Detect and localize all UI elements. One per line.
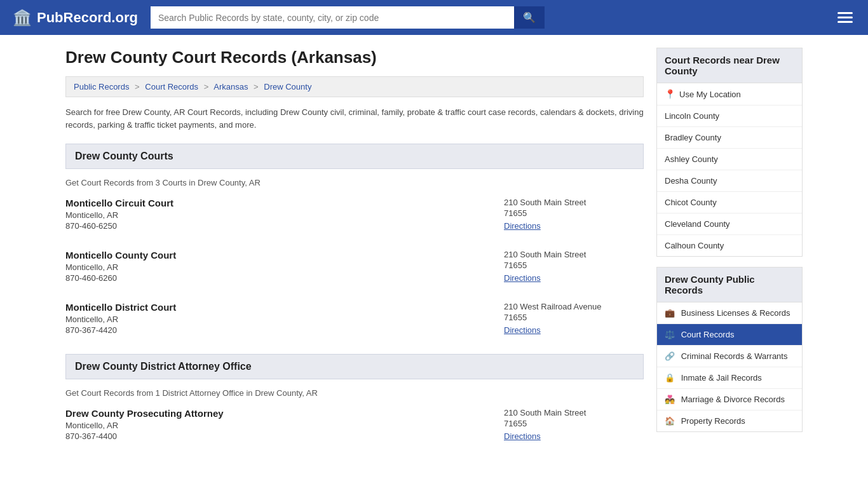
directions-link-circuit[interactable]: Directions (504, 221, 541, 231)
location-icon: 📍 (665, 89, 675, 99)
court-address-county: 210 South Main Street (504, 250, 644, 259)
directions-link-attorney[interactable]: Directions (504, 431, 541, 441)
court-name-district: Monticello District Court (65, 302, 491, 313)
breadcrumb-sep-1: > (135, 82, 140, 92)
site-logo[interactable]: 🏛️ PubRecord.org (13, 9, 138, 27)
court-phone-circuit: 870-460-6250 (65, 221, 491, 231)
directions-link-district[interactable]: Directions (504, 325, 541, 335)
court-zip-district: 71655 (504, 313, 644, 322)
list-item-inmate-records: 🔒 Inmate & Jail Records (657, 367, 802, 389)
property-records-label: Property Records (681, 416, 745, 426)
criminal-records-link[interactable]: 🔗 Criminal Records & Warrants (657, 346, 802, 367)
courts-section-header: Drew County Courts (65, 144, 644, 169)
list-item-calhoun: Calhoun County (657, 235, 802, 256)
business-licenses-link[interactable]: 💼 Business Licenses & Records (657, 302, 802, 323)
nearby-cleveland-label: Cleveland County (665, 219, 730, 229)
court-zip-attorney: 71655 (504, 419, 644, 428)
public-records-section: Drew County Public Records 💼 Business Li… (656, 267, 803, 432)
marriage-records-link[interactable]: 💑 Marriage & Divorce Records (657, 389, 802, 410)
nearby-chicot-link[interactable]: Chicot County (657, 192, 802, 213)
business-licenses-label: Business Licenses & Records (681, 308, 790, 318)
court-phone-district: 870-367-4420 (65, 325, 491, 335)
page-title: Drew County Court Records (Arkansas) (65, 48, 644, 67)
logo-text: PubRecord.org (37, 10, 138, 26)
public-records-list: 💼 Business Licenses & Records ⚖️ Court R… (657, 302, 802, 431)
list-item-business-licenses: 💼 Business Licenses & Records (657, 302, 802, 324)
inmate-records-link[interactable]: 🔒 Inmate & Jail Records (657, 367, 802, 388)
court-city-county: Monticello, AR (65, 262, 491, 272)
court-zip-county: 71655 (504, 261, 644, 270)
nearby-ashley-link[interactable]: Ashley County (657, 149, 802, 170)
court-entry-county: Monticello County Court Monticello, AR 8… (65, 250, 644, 287)
nearby-section: Court Records near Drew County 📍 Use My … (656, 48, 803, 257)
menu-bar-1 (837, 12, 853, 14)
logo-icon: 🏛️ (13, 9, 32, 27)
courts-description: Get Court Records from 3 Courts in Drew … (65, 178, 644, 187)
marriage-icon: 💑 (665, 395, 675, 404)
list-item-lincoln: Lincoln County (657, 105, 802, 127)
search-icon: 🔍 (523, 12, 536, 23)
search-button[interactable]: 🔍 (514, 6, 545, 29)
use-my-location-link[interactable]: 📍 Use My Location (657, 83, 802, 105)
breadcrumb-public-records[interactable]: Public Records (74, 82, 129, 92)
marriage-records-label: Marriage & Divorce Records (681, 395, 785, 404)
search-input[interactable] (151, 6, 514, 29)
list-item-bradley: Bradley County (657, 127, 802, 149)
inmate-icon: 🔒 (665, 373, 675, 383)
court-name-circuit: Monticello Circuit Court (65, 198, 491, 208)
court-zip-circuit: 71655 (504, 208, 644, 218)
court-entry-attorney: Drew County Prosecuting Attorney Montice… (65, 408, 644, 445)
content-area: Drew County Court Records (Arkansas) Pub… (65, 48, 644, 460)
court-name-county: Monticello County Court (65, 250, 491, 261)
court-city-circuit: Monticello, AR (65, 210, 491, 220)
list-item-cleveland: Cleveland County (657, 214, 802, 235)
menu-bar-2 (837, 17, 853, 18)
page-description: Search for free Drew County, AR Court Re… (65, 106, 644, 131)
attorney-description: Get Court Records from 1 District Attorn… (65, 388, 644, 398)
court-entry-district: Monticello District Court Monticello, AR… (65, 302, 644, 339)
inmate-records-label: Inmate & Jail Records (681, 373, 762, 383)
list-item-property-records: 🏠 Property Records (657, 410, 802, 431)
nearby-cleveland-link[interactable]: Cleveland County (657, 214, 802, 234)
site-header: 🏛️ PubRecord.org 🔍 (0, 0, 868, 35)
list-item-court-records: ⚖️ Court Records (657, 324, 802, 346)
breadcrumb-sep-3: > (254, 82, 259, 92)
court-phone-county: 870-460-6260 (65, 273, 491, 283)
court-records-label: Court Records (681, 330, 735, 339)
attorney-section-header: Drew County District Attorney Office (65, 354, 644, 379)
nearby-calhoun-label: Calhoun County (665, 241, 724, 250)
court-address-attorney: 210 South Main Street (504, 408, 644, 417)
court-address-district: 210 West Railroad Avenue (504, 302, 644, 311)
court-entry-circuit: Monticello Circuit Court Monticello, AR … (65, 198, 644, 234)
criminal-records-label: Criminal Records & Warrants (681, 351, 788, 361)
menu-button[interactable] (835, 10, 855, 25)
nearby-desha-label: Desha County (665, 176, 717, 186)
nearby-section-header: Court Records near Drew County (657, 48, 802, 83)
search-area: 🔍 (151, 6, 545, 29)
list-item-chicot: Chicot County (657, 192, 802, 214)
nearby-lincoln-label: Lincoln County (665, 111, 719, 121)
nearby-chicot-label: Chicot County (665, 198, 717, 207)
nearby-lincoln-link[interactable]: Lincoln County (657, 105, 802, 126)
nearby-bradley-label: Bradley County (665, 133, 721, 142)
main-container: Drew County Court Records (Arkansas) Pub… (53, 35, 815, 485)
nearby-ashley-label: Ashley County (665, 154, 718, 164)
nearby-calhoun-link[interactable]: Calhoun County (657, 235, 802, 256)
breadcrumb: Public Records > Court Records > Arkansa… (65, 76, 644, 97)
nearby-counties-list: Lincoln County Bradley County Ashley Cou… (657, 105, 802, 256)
directions-link-county[interactable]: Directions (504, 273, 541, 283)
breadcrumb-sep-2: > (204, 82, 209, 92)
breadcrumb-arkansas[interactable]: Arkansas (214, 82, 248, 92)
nearby-desha-link[interactable]: Desha County (657, 170, 802, 191)
breadcrumb-drew-county[interactable]: Drew County (264, 82, 311, 92)
list-item-marriage-records: 💑 Marriage & Divorce Records (657, 389, 802, 410)
court-address-circuit: 210 South Main Street (504, 198, 644, 207)
nearby-bradley-link[interactable]: Bradley County (657, 127, 802, 148)
court-records-link[interactable]: ⚖️ Court Records (657, 324, 802, 345)
list-item-desha: Desha County (657, 170, 802, 192)
breadcrumb-court-records[interactable]: Court Records (145, 82, 198, 92)
court-city-attorney: Monticello, AR (65, 421, 491, 430)
court-city-district: Monticello, AR (65, 315, 491, 324)
property-records-link[interactable]: 🏠 Property Records (657, 410, 802, 431)
criminal-icon: 🔗 (665, 351, 675, 361)
